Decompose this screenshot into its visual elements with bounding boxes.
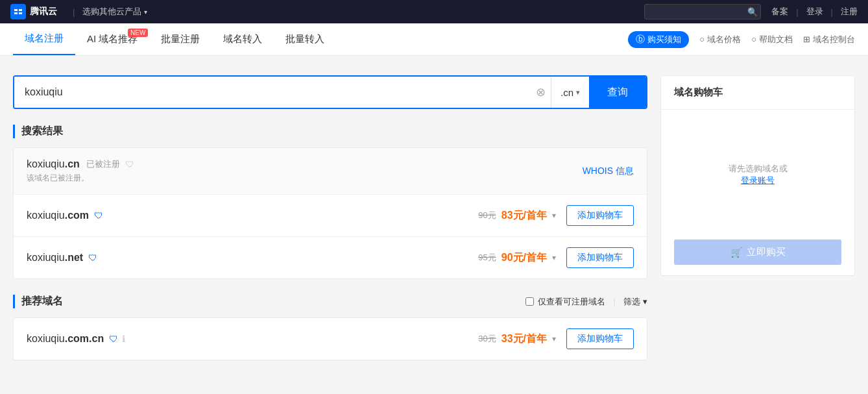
- add-cart-btn-net[interactable]: 添加购物车: [566, 247, 634, 268]
- domain-cn-name: koxiuqiu.cn: [27, 158, 80, 170]
- add-cart-btn-com-cn[interactable]: 添加购物车: [566, 328, 634, 349]
- registered-note: 该域名已被注册。: [27, 173, 583, 184]
- filter-checkbox[interactable]: [525, 297, 534, 306]
- domain-com-tld: .com: [65, 210, 89, 221]
- domain-cn-tld: .cn: [65, 158, 80, 169]
- search-icon[interactable]: 🔍: [747, 7, 758, 17]
- info-icon: ℹ: [122, 334, 125, 344]
- domain-search-input[interactable]: [14, 77, 531, 108]
- domain-info-cn: koxiuqiu.cn 已被注册 🛡 该域名已被注册。: [27, 158, 583, 184]
- registered-tag: 已被注册: [86, 158, 120, 170]
- results-title: 搜索结果: [13, 125, 647, 138]
- price-section-com: 90元 83元/首年 ▾: [478, 209, 556, 223]
- filter-checkbox-label[interactable]: 仅查看可注册域名: [525, 296, 605, 308]
- price-icon: ○: [699, 34, 705, 44]
- top-links: 备案 | 登录 | 注册: [771, 6, 858, 18]
- search-button[interactable]: 查询: [589, 77, 646, 108]
- new-badge: NEW: [128, 29, 148, 37]
- old-price-com-cn: 30元: [478, 333, 496, 345]
- domain-info-com: koxiuqiu.com 🛡: [27, 210, 478, 221]
- shield-icon: 🛡: [125, 159, 134, 169]
- result-row-net: koxiuqiu.net 🛡 95元 90元/首年 ▾ 添加购物车: [14, 237, 647, 278]
- old-price-com: 90元: [478, 210, 496, 221]
- svg-rect-0: [10, 4, 26, 19]
- help-icon: ○: [751, 34, 756, 44]
- help-doc-link[interactable]: ○ 帮助文档: [751, 34, 793, 45]
- domain-net-name: koxiuqiu.net: [27, 252, 83, 264]
- cart-title: 域名购物车: [661, 76, 854, 110]
- login-link[interactable]: 登录: [806, 6, 823, 18]
- tld-chevron-icon: ▾: [576, 88, 580, 97]
- main-content: ⊗ .cn ▾ 查询 搜索结果 koxiuqiu.cn 已被注册 🛡: [0, 56, 868, 394]
- cart-icon: 🛒: [730, 247, 743, 258]
- buy-now-btn[interactable]: 🛒 立即购买: [674, 240, 841, 265]
- cart-panel: 域名购物车 请先选购域名或 登录账号 🛒 立即购买: [660, 75, 855, 276]
- top-divider: |: [73, 7, 75, 17]
- cart-login-link[interactable]: 登录账号: [741, 175, 775, 186]
- secondary-nav: 域名注册 AI 域名推荐 NEW 批量注册 域名转入 批量转入 ⓑ 购买须知 ○…: [0, 23, 868, 56]
- filter-chevron-icon: ▾: [643, 297, 647, 306]
- product-selector[interactable]: 选购其他云产品 ▾: [82, 6, 147, 18]
- domain-info-net: koxiuqiu.net 🛡: [27, 252, 478, 264]
- beian-link[interactable]: 备案: [771, 6, 788, 18]
- price-section-net: 95元 90元/首年 ▾: [478, 251, 556, 265]
- recommend-row-com-cn: koxiuqiu.com.cn 🛡 ℹ 30元 33元/首年 ▾ 添加购物车: [14, 318, 647, 360]
- domain-console-link[interactable]: ⊞ 域名控制台: [803, 34, 855, 45]
- top-search-bar: 🔍: [644, 4, 761, 19]
- top-bar: 腾讯云 | 选购其他云产品 ▾ 🔍 备案 | 登录 | 注册: [0, 0, 868, 23]
- tld-selector[interactable]: .cn ▾: [551, 77, 589, 108]
- shield-verified-icon: 🛡: [94, 210, 103, 221]
- logo-icon: [10, 4, 26, 19]
- tab-domain-transfer-in[interactable]: 域名转入: [211, 23, 274, 55]
- price-com-cn-chevron-icon[interactable]: ▾: [552, 334, 556, 343]
- buy-notice-icon: ⓑ: [636, 34, 645, 45]
- buy-notice-btn[interactable]: ⓑ 购买须知: [628, 31, 689, 48]
- price-net-chevron-icon[interactable]: ▾: [552, 253, 556, 262]
- recommend-filters: 仅查看可注册域名 | 筛选 ▾: [525, 296, 647, 308]
- cart-empty-text: 请先选购域名或: [729, 163, 788, 175]
- domain-info-com-cn: koxiuqiu.com.cn 🛡 ℹ: [27, 333, 478, 345]
- new-price-com-cn: 33元/首年: [501, 332, 547, 346]
- register-link[interactable]: 注册: [841, 6, 858, 18]
- search-box: ⊗ .cn ▾ 查询: [13, 75, 647, 109]
- cart-body: 请先选购域名或 登录账号: [661, 110, 854, 240]
- tab-bulk-register[interactable]: 批量注册: [149, 23, 211, 55]
- nav-tabs: 域名注册 AI 域名推荐 NEW 批量注册 域名转入 批量转入: [13, 23, 336, 55]
- shield-net-icon: 🛡: [88, 252, 97, 263]
- price-chevron-icon[interactable]: ▾: [552, 211, 556, 220]
- left-content: ⊗ .cn ▾ 查询 搜索结果 koxiuqiu.cn 已被注册 🛡: [13, 75, 647, 375]
- recommend-title: 推荐域名: [13, 295, 63, 308]
- tab-bulk-transfer[interactable]: 批量转入: [274, 23, 336, 55]
- logo-text: 腾讯云: [30, 6, 57, 18]
- domain-com-cn-name: koxiuqiu.com.cn: [27, 333, 104, 345]
- grid-icon: ⊞: [803, 34, 810, 44]
- recommend-card: koxiuqiu.com.cn 🛡 ℹ 30元 33元/首年 ▾ 添加购物车: [13, 317, 647, 361]
- tld-value: .cn: [561, 87, 573, 98]
- new-price-net: 90元/首年: [501, 251, 547, 265]
- add-cart-btn-com[interactable]: 添加购物车: [566, 205, 634, 226]
- tab-domain-register[interactable]: 域名注册: [13, 23, 75, 55]
- buy-now-label: 立即购买: [747, 246, 786, 258]
- domain-com-name: koxiuqiu.com: [27, 210, 89, 221]
- clear-button[interactable]: ⊗: [531, 85, 551, 99]
- logo: 腾讯云: [10, 4, 57, 19]
- new-price-com: 83元/首年: [501, 209, 547, 223]
- recommend-header: 推荐域名 仅查看可注册域名 | 筛选 ▾: [13, 295, 647, 308]
- domain-price-link[interactable]: ○ 域名价格: [699, 34, 741, 45]
- price-section-com-cn: 30元 33元/首年 ▾: [478, 332, 556, 346]
- whois-link[interactable]: WHOIS 信息: [583, 166, 634, 177]
- chevron-down-icon: ▾: [144, 8, 147, 16]
- tab-ai-domain[interactable]: AI 域名推荐 NEW: [75, 23, 149, 55]
- result-row-cn: koxiuqiu.cn 已被注册 🛡 该域名已被注册。 WHOIS 信息: [14, 148, 647, 195]
- old-price-net: 95元: [478, 252, 496, 264]
- result-card: koxiuqiu.cn 已被注册 🛡 该域名已被注册。 WHOIS 信息 kox…: [13, 147, 647, 279]
- top-search-input[interactable]: [650, 7, 747, 16]
- filter-btn[interactable]: 筛选 ▾: [623, 296, 647, 308]
- nav-right-links: ⓑ 购买须知 ○ 域名价格 ○ 帮助文档 ⊞ 域名控制台: [628, 31, 855, 48]
- right-sidebar: 域名购物车 请先选购域名或 登录账号 🛒 立即购买: [660, 75, 855, 375]
- domain-com-cn-tld: .com.cn: [65, 333, 104, 344]
- shield-com-cn-icon: 🛡: [109, 334, 118, 344]
- result-row-com: koxiuqiu.com 🛡 90元 83元/首年 ▾ 添加购物车: [14, 195, 647, 237]
- domain-net-tld: .net: [65, 252, 83, 263]
